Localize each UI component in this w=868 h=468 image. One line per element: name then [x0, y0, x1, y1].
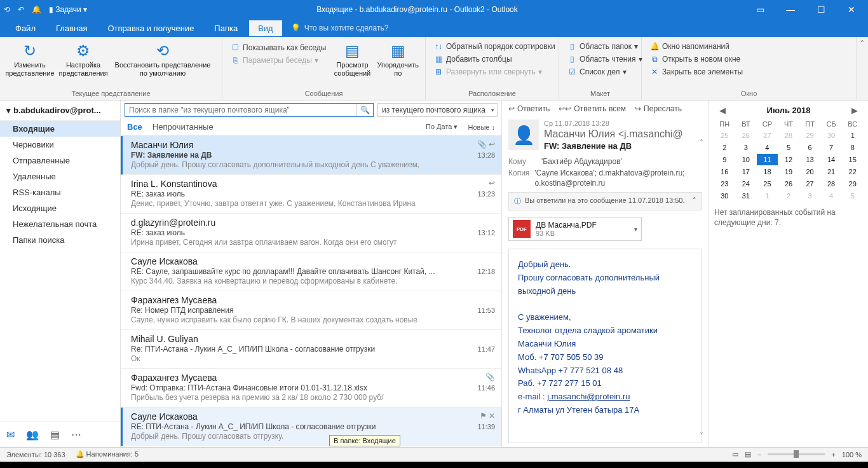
cal-day[interactable]: 1 [842, 130, 863, 141]
reverse-sort[interactable]: ↑↓Обратный порядок сортировки [431, 41, 558, 52]
reset-view-button[interactable]: ⟲Восстановить представление по умолчанию [112, 39, 214, 79]
mail-item[interactable]: 📎 ↩ Масанчи Юлия FW: Заявление на ДВ Доб… [121, 136, 501, 175]
folder-Папки поиска[interactable]: Папки поиска [0, 232, 120, 248]
zoom-slider[interactable] [768, 453, 825, 455]
qat-undo-icon[interactable]: ↶ [18, 5, 24, 14]
cal-day[interactable]: 17 [736, 166, 757, 177]
view-reading-icon[interactable]: ▤ [745, 450, 751, 458]
cal-day[interactable]: 10 [736, 154, 757, 165]
qat-tasks[interactable]: ▮ Задачи ▾ [49, 5, 87, 14]
folder-Входящие[interactable]: Входящие [0, 121, 120, 137]
cal-day[interactable]: 18 [757, 166, 778, 177]
attachment[interactable]: PDF ДВ Масанча.PDF93 KB ▾ [508, 217, 642, 241]
tab-sendrecv[interactable]: Отправка и получение [98, 20, 203, 36]
folder-pane[interactable]: ▯Область папок ▾ [564, 41, 645, 52]
cal-day[interactable]: 7 [821, 142, 842, 153]
view-normal-icon[interactable]: ▭ [732, 450, 738, 458]
show-as-conversation[interactable]: ☐Показывать как беседы [227, 42, 329, 53]
message-list[interactable]: 📎 ↩ Масанчи Юлия FW: Заявление на ДВ Доб… [121, 136, 501, 447]
cal-day[interactable]: 25 [714, 130, 735, 141]
cal-day[interactable]: 14 [821, 154, 842, 165]
forward-button[interactable]: ↪ Переслать [635, 104, 682, 113]
cal-day[interactable]: 28 [821, 178, 842, 189]
tab-folder[interactable]: Папка [205, 20, 247, 36]
arrange-by-button[interactable]: ▦Упорядочить по [376, 39, 420, 79]
cal-day[interactable]: 15 [842, 154, 863, 165]
cal-day[interactable]: 11 [757, 154, 778, 165]
cal-day[interactable]: 13 [799, 154, 820, 165]
ribbon-opts-icon[interactable]: ▭ [747, 4, 773, 15]
cal-day[interactable]: 6 [799, 142, 820, 153]
search-scope[interactable]: из текущего почтового ящика [377, 103, 498, 117]
filter-unread[interactable]: Непрочитанные [153, 122, 214, 132]
folder-Отправленные[interactable]: Отправленные [0, 153, 120, 169]
zoom-in-icon[interactable]: + [831, 451, 835, 458]
tab-view[interactable]: Вид [249, 20, 282, 36]
qat-sendrecv-icon[interactable]: ⟲ [4, 5, 10, 14]
cal-day[interactable]: 4 [757, 142, 778, 153]
mail-icon[interactable]: ✉ [6, 429, 15, 441]
cal-day[interactable]: 26 [736, 130, 757, 141]
cal-day[interactable]: 25 [757, 178, 778, 189]
tab-file[interactable]: Файл [6, 20, 44, 36]
cal-day[interactable]: 30 [821, 130, 842, 141]
sort-by[interactable]: По Дата ▾ [426, 123, 458, 131]
cal-day[interactable]: 3 [799, 190, 820, 202]
view-settings-button[interactable]: ⚙Настройка представления [58, 39, 108, 79]
todo-bar[interactable]: ☑Список дел ▾ [564, 66, 645, 78]
message-preview-button[interactable]: ▤Просмотр сообщений [332, 39, 372, 79]
folder-Исходящие[interactable]: Исходящие [0, 200, 120, 216]
mail-item[interactable]: Mihail U. Guliyan Re: ПТИ-Астана - Лукин… [121, 330, 501, 369]
more-icon[interactable]: ⋯ [71, 429, 81, 441]
reminders-window[interactable]: 🔔Окно напоминаний [647, 41, 745, 52]
mail-item[interactable]: ↩ Irina L. Konstantinova RE: заказ июль … [121, 175, 501, 214]
cal-prev-icon[interactable]: ◀ [717, 106, 728, 115]
account-header[interactable]: ▾b.abdukadirov@prot... [0, 100, 120, 121]
next-item-icon[interactable]: ˅ [700, 432, 703, 441]
prev-item-icon[interactable]: ˄ [700, 139, 703, 148]
people-icon[interactable]: 👥 [26, 429, 39, 441]
cal-day[interactable]: 3 [736, 142, 757, 153]
cal-day[interactable]: 23 [714, 178, 735, 189]
folder-Нежелательная почта[interactable]: Нежелательная почта [0, 216, 120, 232]
tell-me[interactable]: 💡Что вы хотите сделать? [291, 24, 389, 32]
folder-Удаленные[interactable]: Удаленные [0, 169, 120, 184]
reading-pane[interactable]: ▯Область чтения ▾ [564, 53, 645, 65]
close-all[interactable]: ✕Закрыть все элементы [647, 66, 745, 78]
cal-day[interactable]: 5 [778, 142, 799, 153]
cal-day[interactable]: 29 [842, 178, 863, 189]
cal-day[interactable]: 31 [736, 190, 757, 202]
cal-day[interactable]: 24 [736, 178, 757, 189]
cal-day[interactable]: 22 [842, 166, 863, 177]
zoom-out-icon[interactable]: − [757, 451, 761, 458]
mail-item[interactable]: d.glazyrin@protein.ru RE: заказ июль Ири… [121, 214, 501, 252]
cal-day[interactable]: 5 [842, 190, 863, 202]
change-view-button[interactable]: ↻Изменить представление [5, 39, 55, 79]
maximize-icon[interactable]: ☐ [808, 4, 834, 15]
mail-item[interactable]: ⚑ ✕ Сауле Искакова RE: ПТИ-Астана - Луки… [121, 408, 501, 446]
mail-item[interactable]: Фарахангез Мусаева Re: Номер ПТД исправл… [121, 291, 501, 330]
cal-day[interactable]: 26 [778, 178, 799, 189]
sort-newest[interactable]: Новые ↓ [468, 123, 496, 131]
cal-day[interactable]: 8 [842, 142, 863, 153]
cal-day[interactable]: 29 [799, 130, 820, 141]
cal-day[interactable]: 27 [799, 178, 820, 189]
cal-day[interactable]: 1 [757, 190, 778, 202]
cal-day[interactable]: 27 [757, 130, 778, 141]
collapse-ribbon-icon[interactable]: ˄ [857, 37, 868, 100]
folder-Черновики[interactable]: Черновики [0, 137, 120, 153]
qat-bell-icon[interactable]: 🔔 [32, 5, 41, 14]
attachment-dropdown-icon[interactable]: ▾ [634, 226, 637, 233]
status-reminders[interactable]: 🔔 Напоминания: 5 [76, 450, 139, 458]
cal-next-icon[interactable]: ▶ [849, 106, 860, 115]
cal-day[interactable]: 2 [714, 142, 735, 153]
cal-day[interactable]: 21 [821, 166, 842, 177]
tasks-icon[interactable]: ▤ [50, 429, 60, 441]
info-expand-icon[interactable]: ˄ [693, 196, 696, 205]
mail-item[interactable]: Сауле Искакова RE: Сауле, запрашивайте к… [121, 252, 501, 291]
filter-all[interactable]: Все [127, 122, 142, 132]
search-box[interactable]: 🔍 [125, 103, 374, 117]
cal-day[interactable]: 28 [778, 130, 799, 141]
reply-button[interactable]: ↩ Ответить [508, 104, 550, 113]
add-columns[interactable]: ▥Добавить столбцы [431, 53, 558, 65]
